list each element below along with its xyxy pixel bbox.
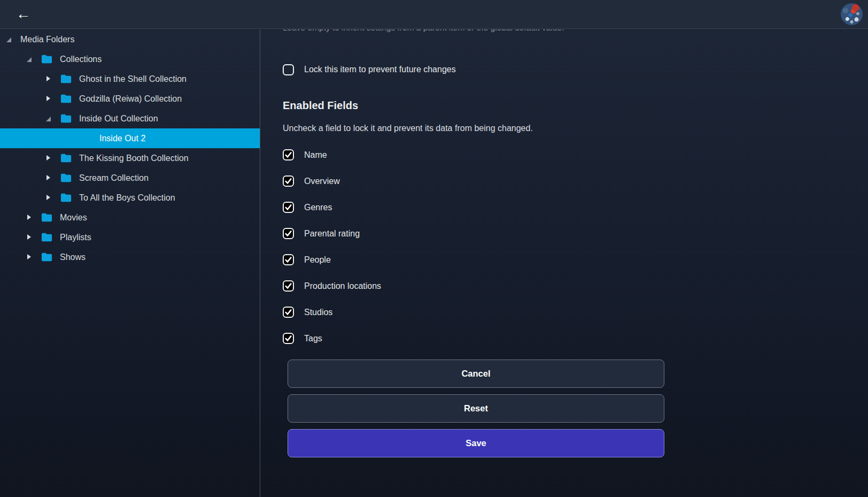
enabled-fields-description: Uncheck a field to lock it and prevent i…: [283, 123, 868, 134]
tree-item-label: To All the Boys Collection: [79, 193, 175, 203]
checkbox-label[interactable]: Genres: [304, 203, 332, 212]
field-row-overview[interactable]: Overview: [283, 174, 868, 188]
tree-item-label: Playlists: [60, 233, 91, 242]
field-row-people[interactable]: People: [283, 253, 868, 267]
tree-item-label: Collections: [60, 55, 102, 64]
checkbox-studios[interactable]: [283, 307, 294, 318]
folder-icon: [41, 211, 53, 224]
field-row-production-locations[interactable]: Production locations: [283, 279, 868, 293]
enabled-fields-list: Name Overview Genres Parental rating Peo: [283, 148, 868, 346]
folder-icon: [60, 172, 72, 184]
field-row-genres[interactable]: Genres: [283, 200, 868, 215]
metadata-editor-pane: Leave empty to inherit settings from a p…: [261, 29, 868, 497]
tree-item-godzilla-reiwa-collection[interactable]: Godzilla (Reiwa) Collection: [0, 89, 260, 109]
checkmark-icon: [284, 203, 292, 211]
form-buttons: Cancel Reset Save: [288, 360, 664, 457]
field-row-tags[interactable]: Tags: [283, 331, 868, 346]
tree-item-label: Inside Out Collection: [79, 114, 158, 124]
checkbox-label[interactable]: Production locations: [304, 281, 381, 291]
expander-collapsed-icon[interactable]: [46, 155, 51, 161]
expander-collapsed-icon[interactable]: [27, 234, 32, 240]
tree-item-label: Godzilla (Reiwa) Collection: [79, 94, 182, 104]
folder-icon: [60, 112, 72, 125]
checkbox-label[interactable]: Name: [304, 150, 327, 160]
folder-icon: [41, 251, 53, 263]
checkmark-icon: [284, 177, 292, 185]
folder-icon: [60, 73, 72, 85]
checkbox-name[interactable]: [283, 149, 294, 160]
top-bar: ←: [0, 0, 868, 29]
save-button[interactable]: Save: [288, 429, 664, 457]
back-button[interactable]: ←: [13, 6, 34, 22]
expander-expanded-icon[interactable]: [46, 116, 51, 121]
tree-item-label: Media Folders: [20, 35, 74, 44]
tree-item-collections[interactable]: Collections: [0, 49, 260, 69]
checkbox-production-locations[interactable]: [283, 280, 294, 292]
tree-item-ghost-in-the-shell-collection[interactable]: Ghost in the Shell Collection: [0, 69, 260, 89]
tree-item-to-all-the-boys-collection[interactable]: To All the Boys Collection: [0, 188, 260, 208]
checkmark-icon: [284, 308, 292, 316]
field-row-parental-rating[interactable]: Parental rating: [283, 226, 868, 241]
checkmark-icon: [284, 282, 292, 290]
folder-icon: [60, 152, 72, 164]
expander-collapsed-icon[interactable]: [46, 175, 51, 181]
inherit-settings-note: Leave empty to inherit settings from a p…: [283, 29, 868, 33]
lock-item-row[interactable]: Lock this item to prevent future changes: [283, 63, 868, 76]
checkbox-parental-rating[interactable]: [283, 228, 294, 239]
checkbox-genres[interactable]: [283, 202, 294, 213]
lock-item-label[interactable]: Lock this item to prevent future changes: [304, 65, 456, 74]
tree-item-the-kissing-booth-collection[interactable]: The Kissing Booth Collection: [0, 148, 260, 168]
tree-item-label: Ghost in the Shell Collection: [79, 74, 187, 84]
checkmark-icon: [284, 151, 292, 159]
checkmark-icon: [284, 230, 292, 238]
checkbox-label[interactable]: Studios: [304, 308, 332, 317]
folder-icon: [41, 53, 53, 65]
expander-expanded-icon[interactable]: [6, 36, 12, 42]
folder-icon: [41, 231, 53, 243]
expander-collapsed-icon[interactable]: [46, 96, 51, 102]
folder-icon: [60, 93, 72, 105]
tree-item-shows[interactable]: Shows: [0, 247, 260, 267]
expander-collapsed-icon[interactable]: [27, 254, 32, 260]
reset-button[interactable]: Reset: [288, 394, 664, 423]
lock-item-checkbox[interactable]: [283, 64, 294, 75]
expander-collapsed-icon[interactable]: [46, 76, 51, 82]
checkmark-icon: [284, 334, 292, 342]
checkbox-label[interactable]: People: [304, 255, 331, 265]
tree-item-scream-collection[interactable]: Scream Collection: [0, 168, 260, 188]
field-row-name[interactable]: Name: [283, 148, 868, 162]
tree-item-label: Shows: [60, 253, 86, 262]
checkbox-label[interactable]: Parental rating: [304, 229, 360, 239]
checkbox-tags[interactable]: [283, 333, 294, 344]
folder-icon: [60, 192, 72, 204]
tree-item-label: Movies: [60, 213, 87, 223]
field-row-studios[interactable]: Studios: [283, 305, 868, 319]
tree-item-movies[interactable]: Movies: [0, 208, 260, 227]
tree-item-playlists[interactable]: Playlists: [0, 227, 260, 247]
expander-expanded-icon[interactable]: [27, 56, 32, 62]
user-avatar[interactable]: [841, 3, 863, 25]
tree-item-label: Scream Collection: [79, 173, 149, 183]
checkbox-people[interactable]: [283, 254, 294, 265]
tree-item-media-folders[interactable]: Media Folders: [0, 29, 260, 49]
tree-item-label: Inside Out 2: [99, 134, 145, 143]
tree-item-inside-out-collection[interactable]: Inside Out Collection: [0, 109, 260, 128]
expander-collapsed-icon[interactable]: [27, 215, 32, 220]
checkbox-label[interactable]: Overview: [304, 177, 340, 186]
tree-item-inside-out-2-selected[interactable]: Inside Out 2: [0, 128, 260, 148]
checkbox-overview[interactable]: [283, 175, 294, 187]
enabled-fields-title: Enabled Fields: [283, 98, 868, 112]
checkbox-label[interactable]: Tags: [304, 334, 322, 343]
tree-item-label: The Kissing Booth Collection: [79, 154, 189, 163]
checkmark-icon: [284, 256, 292, 264]
media-folders-tree: Media Folders Collections Ghost in the S…: [0, 29, 260, 497]
expander-collapsed-icon[interactable]: [46, 195, 51, 201]
cancel-button[interactable]: Cancel: [288, 360, 664, 388]
